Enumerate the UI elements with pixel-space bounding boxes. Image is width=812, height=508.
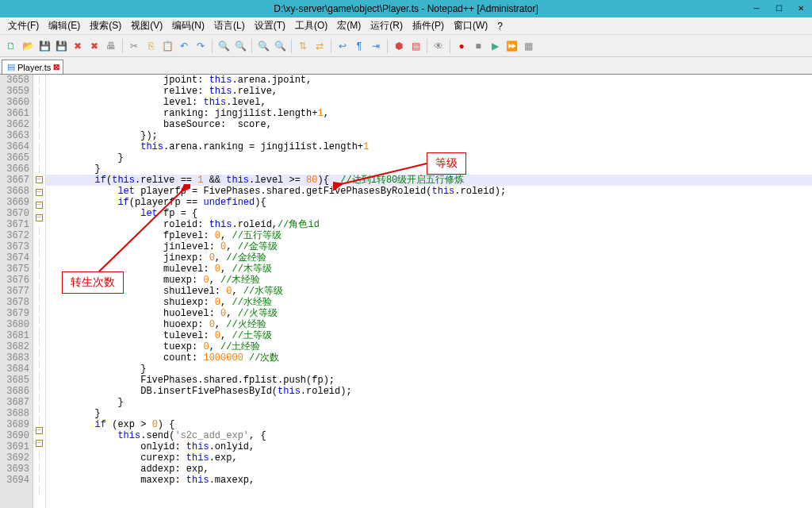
fold-marker[interactable]: │ — [33, 75, 45, 86]
code-line[interactable]: } — [46, 408, 812, 419]
close-all-button[interactable]: ✖ — [86, 38, 102, 54]
code-line[interactable]: if(playerfp == undefined){ — [46, 197, 812, 208]
fold-marker[interactable]: │ — [33, 97, 45, 108]
fold-marker[interactable]: − — [33, 427, 45, 438]
fold-marker[interactable]: │ — [33, 225, 45, 237]
code-line[interactable]: } — [46, 364, 812, 375]
play-mult-button[interactable]: ⏩ — [504, 38, 519, 54]
code-line[interactable]: maxexp: this.maxexp, — [46, 475, 812, 486]
fold-marker[interactable]: │ — [33, 414, 45, 425]
code-line[interactable]: if(this.relive == 1 && this.level >= 80)… — [46, 175, 812, 186]
menu-运行(R)[interactable]: 运行(R) — [366, 17, 408, 34]
sync-h-button[interactable]: ⇄ — [312, 38, 327, 54]
fold-marker[interactable]: │ — [33, 381, 45, 392]
menu-设置(T)[interactable]: 设置(T) — [250, 17, 290, 34]
fold-marker[interactable]: │ — [33, 392, 45, 403]
fold-marker[interactable]: │ — [33, 119, 45, 130]
close-icon[interactable]: ⊠ — [53, 63, 59, 71]
fold-marker[interactable]: − — [33, 189, 45, 200]
fold-marker[interactable]: │ — [33, 370, 45, 381]
replace-button[interactable]: 🔍 — [232, 38, 248, 54]
code-line[interactable]: roleid: this.roleid,//角色id — [46, 219, 812, 230]
fold-marker[interactable]: │ — [33, 484, 45, 495]
fold-gutter[interactable]: │││││││││−−−−││││││││││││││││││−−││││ — [33, 75, 46, 508]
code-line[interactable]: shuiexp: 0, //水经验 — [46, 297, 812, 308]
save-all-button[interactable]: 💾 — [53, 38, 69, 54]
code-line[interactable]: relive: this.relive, — [46, 86, 812, 97]
code-line[interactable]: huoexp: 0, //火经验 — [46, 319, 812, 330]
code-line[interactable]: jinexp: 0, //金经验 — [46, 252, 812, 264]
undo-button[interactable]: ↶ — [176, 38, 192, 54]
save-macro-button[interactable]: ▦ — [520, 38, 536, 54]
code-line[interactable]: DB.insertFivePhasesById(this.roleid); — [46, 386, 812, 397]
code-line[interactable]: shuilevel: 0, //水等级 — [46, 286, 812, 297]
zoom-out-button[interactable]: 🔍 — [272, 38, 288, 54]
code-content[interactable]: jpoint: this.arena.jpoint, relive: this.… — [46, 75, 812, 508]
code-line[interactable]: this.send('s2c_add_exp', { — [46, 430, 812, 441]
menu-窗口(W)[interactable]: 窗口(W) — [449, 17, 492, 34]
code-line[interactable]: baseSource: score, — [46, 119, 812, 130]
code-line[interactable]: level: this.level, — [46, 97, 812, 108]
fold-marker[interactable]: │ — [33, 303, 45, 314]
code-line[interactable]: tulevel: 0, //土等级 — [46, 330, 812, 341]
menu-视图(V)[interactable]: 视图(V) — [126, 17, 167, 34]
code-line[interactable]: addexp: exp, — [46, 464, 812, 475]
menu-工具(O)[interactable]: 工具(O) — [290, 17, 332, 34]
save-button[interactable]: 💾 — [36, 38, 52, 54]
fold-marker[interactable]: │ — [33, 325, 45, 337]
code-line[interactable]: ranking: jingjilist.length+1, — [46, 108, 812, 119]
code-line[interactable]: jpoint: this.arena.jpoint, — [46, 75, 812, 86]
code-line[interactable]: tuexp: 0, //土经验 — [46, 341, 812, 352]
code-line[interactable]: onlyid: this.onlyid, — [46, 441, 812, 452]
open-button[interactable]: 📂 — [20, 38, 36, 54]
fold-marker[interactable]: │ — [33, 237, 45, 248]
menu-语言(L)[interactable]: 语言(L) — [209, 17, 250, 34]
all-chars-button[interactable]: ¶ — [351, 38, 367, 54]
doc-map-button[interactable]: ▤ — [408, 38, 423, 54]
fold-marker[interactable]: │ — [33, 141, 45, 152]
zoom-in-button[interactable]: 🔍 — [255, 38, 271, 54]
code-line[interactable]: FivePhases.shared.fplist.push(fp); — [46, 375, 812, 386]
code-line[interactable]: }); — [46, 130, 812, 141]
sync-v-button[interactable]: ⇅ — [295, 38, 311, 54]
fold-marker[interactable]: − — [33, 440, 45, 451]
menu-编码(N)[interactable]: 编码(N) — [167, 17, 209, 34]
code-line[interactable]: jinlevel: 0, //金等级 — [46, 241, 812, 252]
fold-marker[interactable]: │ — [33, 259, 45, 270]
fold-marker[interactable]: │ — [33, 348, 45, 359]
maximize-button[interactable]: ☐ — [768, 0, 790, 17]
minimize-button[interactable]: ─ — [745, 0, 768, 17]
fold-marker[interactable]: │ — [33, 462, 45, 473]
fold-marker[interactable]: │ — [33, 281, 45, 292]
code-line[interactable]: let playerfp = FivePhases.shared.getFive… — [46, 186, 812, 197]
paste-button[interactable]: 📋 — [159, 38, 175, 54]
rec-button[interactable]: ● — [454, 38, 469, 54]
menu-编辑(E)[interactable]: 编辑(E) — [44, 17, 85, 34]
print-button[interactable]: 🖶 — [103, 38, 119, 54]
code-line[interactable]: mulevel: 0, //木等级 — [46, 264, 812, 275]
code-line[interactable]: curexp: this.exp, — [46, 452, 812, 464]
menu-宏(M)[interactable]: 宏(M) — [332, 17, 366, 34]
fold-marker[interactable]: │ — [33, 451, 45, 462]
fold-marker[interactable]: │ — [33, 270, 45, 281]
code-line[interactable]: count: 1000000 //次数 — [46, 352, 812, 364]
lang-button[interactable]: ⬢ — [391, 38, 407, 54]
fold-marker[interactable]: │ — [33, 473, 45, 484]
monitor-button[interactable]: 👁 — [431, 38, 446, 54]
fold-marker[interactable]: │ — [33, 359, 45, 370]
code-line[interactable]: this.arena.ranking = jingjilist.length+1 — [46, 141, 812, 152]
cut-button[interactable]: ✂ — [126, 38, 142, 54]
close-window-button[interactable]: ✕ — [790, 0, 812, 17]
fold-marker[interactable]: │ — [33, 130, 45, 141]
menu-搜索(S)[interactable]: 搜索(S) — [85, 17, 126, 34]
code-line[interactable]: let fp = { — [46, 208, 812, 219]
code-line[interactable]: huolevel: 0, //火等级 — [46, 308, 812, 319]
menu-插件(P)[interactable]: 插件(P) — [408, 17, 449, 34]
fold-marker[interactable]: − — [33, 214, 45, 225]
stop-button[interactable]: ■ — [470, 38, 486, 54]
fold-marker[interactable]: │ — [33, 86, 45, 97]
fold-marker[interactable]: │ — [33, 337, 45, 348]
fold-marker[interactable]: │ — [33, 108, 45, 119]
code-line[interactable]: muexp: 0, //木经验 — [46, 275, 812, 286]
fold-marker[interactable]: │ — [33, 248, 45, 259]
